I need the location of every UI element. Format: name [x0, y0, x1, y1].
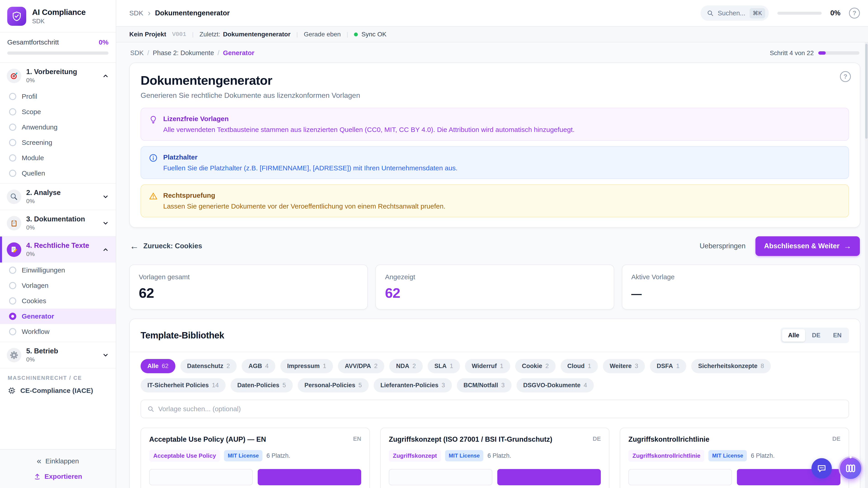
- back-button[interactable]: ← Zurueck: Cookies: [130, 241, 202, 251]
- sidebar-item[interactable]: Anwendung: [0, 120, 116, 135]
- sidebar-phase-betrieb[interactable]: 5. Betrieb 0%: [0, 342, 116, 368]
- placeholder-count: 6 Platzh.: [751, 452, 775, 459]
- stat-value: 62: [139, 285, 358, 301]
- filter-count: 3: [441, 382, 445, 389]
- app-logo: [7, 7, 26, 26]
- filter-chip[interactable]: Lieferanten-Policies 3: [374, 378, 452, 392]
- filter-chip[interactable]: AGB 4: [242, 359, 275, 373]
- filter-chip[interactable]: Impressum 1: [280, 359, 333, 373]
- template-card-grid: Acceptable Use Policy (AUP) — EN EN Acce…: [130, 428, 860, 488]
- language-badge: DE: [593, 435, 601, 442]
- template-preview-button[interactable]: [389, 469, 492, 485]
- global-search-button[interactable]: Suchen... ⌘K: [701, 5, 769, 21]
- sidebar-item[interactable]: Workflow: [0, 324, 116, 339]
- scrollbar[interactable]: [865, 42, 868, 488]
- language-toggle: Alle DE EN: [780, 328, 849, 343]
- overall-progress-bar: [7, 52, 108, 55]
- template-search-input[interactable]: [158, 405, 842, 413]
- warning-icon: [149, 192, 158, 201]
- sidebar-item[interactable]: Module: [0, 150, 116, 166]
- license-badge: MIT License: [224, 450, 262, 461]
- filter-chip[interactable]: SLA 1: [428, 359, 460, 373]
- sidebar-item-label: Module: [22, 154, 44, 162]
- magnifier-icon: [7, 190, 21, 204]
- filter-label: Widerruf: [472, 363, 497, 369]
- upload-icon: [34, 473, 41, 480]
- sidebar-item-ce-compliance[interactable]: CE-Compliance (IACE): [0, 383, 116, 400]
- template-use-button[interactable]: [497, 469, 601, 485]
- sidebar-item[interactable]: Screening: [0, 135, 116, 150]
- finish-continue-button[interactable]: Abschliessen & Weiter →: [755, 236, 860, 256]
- sidebar-item[interactable]: Vorlagen: [0, 278, 116, 293]
- language-tab[interactable]: DE: [806, 329, 827, 341]
- sidebar-nav: 1. Vorbereitung 0% Profil Scope: [0, 63, 116, 449]
- filter-count: 8: [761, 363, 764, 369]
- filter-chip[interactable]: Datenschutz 2: [180, 359, 237, 373]
- filter-label: Datenschutz: [187, 363, 223, 369]
- topbar-breadcrumb-root[interactable]: SDK: [129, 9, 143, 17]
- filter-chip[interactable]: Daten-Policies 5: [230, 378, 293, 392]
- sidebar-phase-dokumentation[interactable]: 3. Dokumentation 0%: [0, 210, 116, 236]
- filter-count: 14: [212, 382, 219, 389]
- sidebar-item[interactable]: Scope: [0, 104, 116, 120]
- language-tab[interactable]: EN: [827, 329, 847, 341]
- filter-count: 1: [450, 363, 453, 369]
- filter-chip[interactable]: Alle 62: [141, 359, 176, 373]
- sidebar-item[interactable]: Generator: [0, 308, 116, 324]
- filter-chip[interactable]: DSFA 1: [650, 359, 686, 373]
- filter-chip[interactable]: DSGVO-Dokumente 4: [517, 378, 594, 392]
- template-library-card: Template-Bibliothek Alle DE EN Alle 62: [129, 319, 860, 488]
- sidebar-item[interactable]: Profil: [0, 89, 116, 104]
- side-panel-toggle-button[interactable]: [839, 456, 863, 480]
- sidebar-item[interactable]: Cookies: [0, 293, 116, 308]
- category-badge: Acceptable Use Policy: [149, 450, 220, 462]
- filter-chip[interactable]: IT-Sicherheit Policies 14: [141, 378, 225, 392]
- template-title: Zugriffskontrollrichtlinie: [628, 435, 829, 444]
- template-preview-button[interactable]: [628, 469, 732, 485]
- sidebar-phase-vorbereitung[interactable]: 1. Vorbereitung 0%: [0, 63, 116, 89]
- stat-label: Aktive Vorlage: [631, 273, 851, 281]
- language-tab[interactable]: Alle: [782, 329, 805, 341]
- radio-circle-icon: [9, 108, 16, 116]
- filter-count: 62: [162, 363, 168, 369]
- sidebar-footer: « Einklappen Exportieren: [0, 449, 116, 488]
- template-preview-button[interactable]: [149, 469, 253, 485]
- stat-label: Vorlagen gesamt: [139, 273, 358, 281]
- filter-label: Daten-Policies: [237, 382, 279, 389]
- next-label: Abschliessen & Weiter: [764, 242, 839, 250]
- filter-chip[interactable]: Widerruf 1: [465, 359, 510, 373]
- app-header: AI Compliance SDK: [0, 0, 116, 33]
- sidebar-phase-analyse[interactable]: 2. Analyse 0%: [0, 184, 116, 210]
- breadcrumb-phase[interactable]: Phase 2: Dokumente: [153, 49, 214, 57]
- template-title: Acceptable Use Policy (AUP) — EN: [149, 435, 349, 444]
- filter-chip[interactable]: NDA 2: [389, 359, 423, 373]
- filter-chip[interactable]: Cloud 1: [561, 359, 598, 373]
- filter-chip[interactable]: Personal-Policies 5: [298, 378, 369, 392]
- breadcrumb-sdk[interactable]: SDK: [130, 49, 144, 57]
- sidebar-item[interactable]: Einwilligungen: [0, 263, 116, 278]
- template-use-button[interactable]: [258, 469, 361, 485]
- sidebar-item-label: Screening: [22, 139, 52, 147]
- chevron-up-icon: [102, 246, 109, 253]
- notice-title: Rechtspruefung: [163, 192, 445, 199]
- chevron-down-icon: [102, 352, 109, 359]
- filter-chip[interactable]: BCM/Notfall 3: [457, 378, 512, 392]
- language-badge: EN: [353, 435, 361, 442]
- chat-assistant-button[interactable]: [811, 458, 832, 479]
- sidebar-item[interactable]: Quellen: [0, 166, 116, 181]
- sidebar-phase-rechtliche-texte[interactable]: 4. Rechtliche Texte 0%: [0, 236, 116, 263]
- collapse-sidebar-button[interactable]: « Einklappen: [37, 456, 79, 466]
- app-subtitle: SDK: [32, 18, 86, 25]
- export-button[interactable]: Exportieren: [34, 473, 82, 480]
- skip-button[interactable]: Ueberspringen: [700, 242, 745, 250]
- help-button[interactable]: ?: [849, 8, 860, 19]
- filter-chip[interactable]: Sicherheitskonzepte 8: [691, 359, 771, 373]
- category-badge: Zugriffskontrollrichtlinie: [628, 450, 704, 462]
- sync-status-text: Sync OK: [362, 31, 386, 38]
- card-help-button[interactable]: ?: [840, 71, 851, 82]
- overall-progress: Gesamtfortschritt 0%: [0, 33, 116, 63]
- filter-chip[interactable]: Weitere 3: [603, 359, 645, 373]
- filter-chip[interactable]: Cookie 2: [515, 359, 556, 373]
- filter-chip[interactable]: AVV/DPA 2: [338, 359, 384, 373]
- arrow-left-icon: ←: [130, 241, 139, 251]
